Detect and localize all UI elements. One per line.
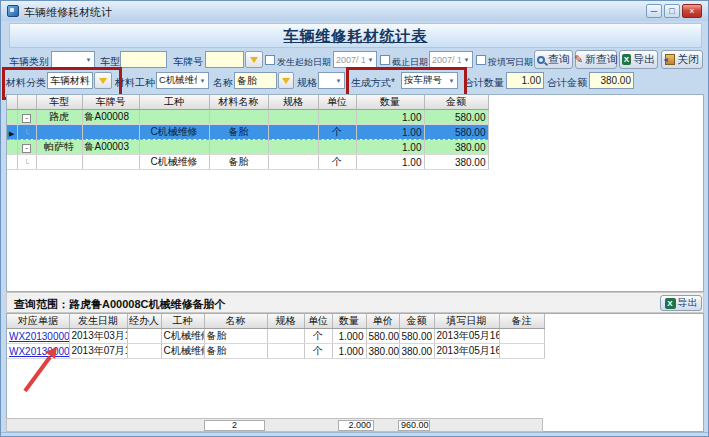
cell: 个	[304, 344, 332, 359]
cell[interactable]: 380.00	[424, 155, 488, 170]
excel-icon: X	[622, 54, 631, 65]
cell[interactable]: 1.00	[356, 110, 424, 125]
end-date-checkbox[interactable]	[380, 55, 390, 65]
cell[interactable]	[268, 155, 318, 170]
plate-input[interactable]	[205, 51, 244, 68]
cell[interactable]	[268, 125, 318, 140]
cell: C机械维修	[161, 329, 204, 344]
cell[interactable]: 鲁A00003	[82, 140, 139, 155]
export-button[interactable]: X 导出	[619, 50, 658, 69]
material-category-input[interactable]	[47, 72, 93, 89]
collapse-icon[interactable]: -	[22, 114, 31, 123]
vehicle-model-input[interactable]	[120, 51, 167, 68]
gen-mode-select[interactable]: 按车牌号 ▼	[401, 72, 458, 89]
cell[interactable]	[318, 110, 356, 125]
exit-arrow-icon: ◄	[662, 56, 669, 63]
cell[interactable]	[209, 140, 268, 155]
cell[interactable]	[318, 140, 356, 155]
cell[interactable]: 路虎	[36, 110, 82, 125]
total-qty-input[interactable]	[506, 72, 544, 89]
cell[interactable]: C机械维修	[139, 125, 209, 140]
cell[interactable]	[36, 155, 82, 170]
new-search-button[interactable]: ✎ 新查询	[575, 50, 617, 69]
col-header: 工种	[161, 314, 204, 329]
material-category-label: 材料分类	[6, 76, 46, 90]
maximize-button[interactable]: □	[664, 4, 680, 18]
cell[interactable]	[139, 140, 209, 155]
collapse-icon[interactable]: -	[22, 144, 31, 153]
cell: 备胎	[204, 329, 267, 344]
detail-row[interactable]: └ C机械维修 备胎 个 1.00 380.00	[7, 155, 488, 170]
cell[interactable]: 1.00	[356, 155, 424, 170]
new-search-button-label: 新查询	[585, 52, 618, 67]
cell[interactable]: 备胎	[209, 125, 268, 140]
gen-mode-label: 生成方式*	[351, 76, 395, 90]
by-fill-date-label: 按填写日期	[488, 56, 533, 69]
col-header: 工种	[139, 95, 209, 110]
col-header: 对应单据	[7, 314, 69, 329]
collapse-cell[interactable]: -	[17, 110, 36, 125]
cell: 2013年05月16日	[434, 344, 499, 359]
material-name-input[interactable]	[234, 72, 277, 89]
group-row[interactable]: - 帕萨特 鲁A00003 1.00 380.00	[7, 140, 488, 155]
group-row[interactable]: - 路虎 鲁A00008 1.00 580.00	[7, 110, 488, 125]
vehicle-category-label: 车辆类别	[9, 55, 49, 69]
by-fill-date-checkbox[interactable]	[476, 55, 486, 65]
material-trade-select[interactable]: C机械维修 ▼	[156, 72, 209, 89]
material-category-browse-button[interactable]	[94, 72, 112, 89]
result-row[interactable]: WX20130000005 2013年03月16日 C机械维修 备胎 个 1.0…	[7, 329, 544, 344]
cell[interactable]	[268, 110, 318, 125]
result-export-label: 导出	[678, 296, 698, 310]
funnel-icon	[250, 57, 258, 63]
end-date-select[interactable]: 2007/ 1/31 ▼	[429, 51, 473, 68]
cell: 备胎	[204, 344, 267, 359]
result-grid: 对应单据 发生日期 经办人 工种 名称 规格 单位 数量 单价 金额 填写日期 …	[7, 314, 545, 359]
cell[interactable]: 个	[318, 125, 356, 140]
row-indicator-cell	[7, 155, 17, 170]
cell[interactable]: 380.00	[424, 140, 488, 155]
cell	[267, 329, 304, 344]
cell[interactable]	[36, 125, 82, 140]
document-link[interactable]: WX20130000005	[9, 331, 69, 342]
material-name-browse-button[interactable]	[278, 72, 294, 89]
selected-detail-row[interactable]: ▶ └ C机械维修 备胎 个 1.00 580.00	[7, 125, 488, 140]
cell: 2013年07月10日	[69, 344, 127, 359]
cell[interactable]: 个	[318, 155, 356, 170]
cell[interactable]: 帕萨特	[36, 140, 82, 155]
spec-select[interactable]: ▼	[318, 72, 345, 89]
gen-mode-value: 按车牌号	[404, 74, 446, 87]
close-window-button[interactable]: ◄ 关闭	[661, 50, 703, 69]
start-date-select[interactable]: 2007/ 1/31 ▼	[333, 51, 377, 68]
material-trade-value: C机械维修	[159, 74, 197, 87]
total-count-box: 2	[204, 420, 265, 431]
totals-bar: 2 2.000 960.00	[6, 418, 543, 432]
row-indicator-cell: ▶	[7, 125, 17, 140]
end-date-value: 2007/ 1/31	[432, 55, 461, 65]
cell[interactable]	[209, 110, 268, 125]
vehicle-category-select[interactable]: ▼	[51, 51, 95, 68]
search-button[interactable]: 查询	[534, 50, 573, 69]
total-amount-input[interactable]	[589, 72, 634, 89]
cell[interactable]: 1.00	[356, 125, 424, 140]
cell: 580.00	[366, 329, 399, 344]
cell[interactable]: 鲁A00008	[82, 110, 139, 125]
cell[interactable]: 580.00	[424, 125, 488, 140]
tree-cell: └	[17, 125, 36, 140]
cell[interactable]	[139, 110, 209, 125]
cell[interactable]	[82, 125, 139, 140]
funnel-icon	[282, 78, 290, 84]
excel-icon: X	[665, 298, 676, 309]
start-date-checkbox[interactable]	[265, 55, 275, 65]
cell[interactable]: 580.00	[424, 110, 488, 125]
cell[interactable]: 1.00	[356, 140, 424, 155]
cell[interactable]	[268, 140, 318, 155]
cell[interactable]: 备胎	[209, 155, 268, 170]
minimize-button[interactable]: ─	[646, 4, 662, 18]
plate-browse-button[interactable]	[245, 51, 263, 68]
close-button[interactable]: ×	[682, 4, 702, 18]
cell[interactable]	[82, 155, 139, 170]
collapse-cell[interactable]: -	[17, 140, 36, 155]
cell[interactable]: C机械维修	[139, 155, 209, 170]
result-row[interactable]: WX20130000003 2013年07月10日 C机械维修 备胎 个 1.0…	[7, 344, 544, 359]
result-export-button[interactable]: X 导出	[660, 295, 702, 311]
